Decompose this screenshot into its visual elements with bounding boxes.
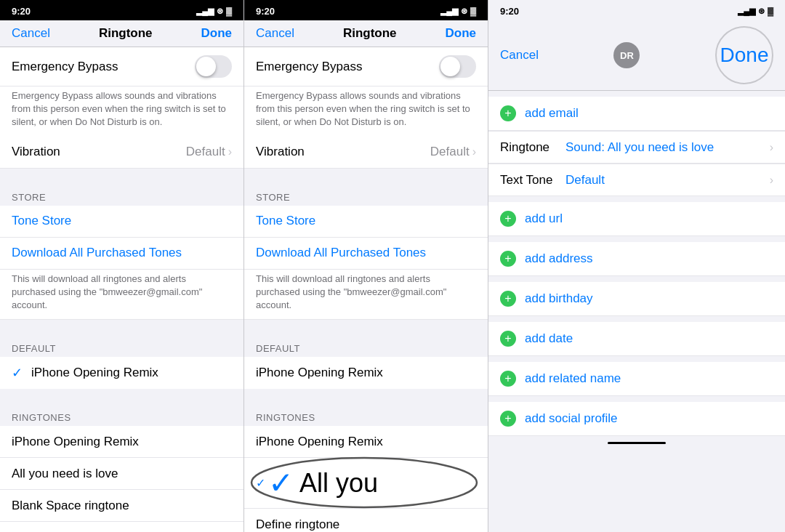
store-desc-2: This will download all ringtones and ale… bbox=[244, 270, 488, 321]
cancel-button-2[interactable]: Cancel bbox=[256, 26, 294, 41]
default-header-2: DEFAULT bbox=[244, 334, 488, 357]
toggle-knob-2 bbox=[440, 57, 460, 76]
done-circle[interactable]: Done bbox=[715, 26, 773, 84]
list-item[interactable]: Define ringtone bbox=[0, 522, 243, 532]
vibration-label-2: Vibration bbox=[256, 145, 430, 159]
spacer-3h bbox=[488, 356, 785, 362]
status-bar-1: 9:20 ▂▄▆ ⊛ ▓ bbox=[0, 0, 243, 20]
time-3: 9:20 bbox=[500, 6, 519, 17]
spacer-1a bbox=[0, 169, 243, 183]
emergency-toggle-1[interactable] bbox=[195, 55, 232, 78]
done-button-3[interactable]: Done bbox=[720, 44, 769, 67]
add-address-label: add address bbox=[525, 251, 593, 266]
vibration-row-1[interactable]: Vibration Default › bbox=[0, 137, 243, 169]
default-ringtone-row-2[interactable]: iPhone Opening Remix bbox=[244, 357, 488, 389]
cancel-button-3[interactable]: Cancel bbox=[500, 48, 539, 63]
list-item[interactable]: Blank Space ringtone bbox=[0, 490, 243, 522]
list-item[interactable]: iPhone Opening Remix bbox=[244, 426, 488, 458]
emergency-bypass-row-2: Emergency Bypass bbox=[244, 47, 488, 86]
vibration-chevron-1: › bbox=[228, 145, 232, 158]
status-icons-1: ▂▄▆ ⊛ ▓ bbox=[196, 7, 232, 16]
add-address-row[interactable]: + add address bbox=[488, 242, 785, 276]
add-url-row[interactable]: + add url bbox=[488, 202, 785, 236]
spacer-2c bbox=[244, 389, 488, 403]
add-email-row[interactable]: + add email bbox=[488, 97, 785, 131]
add-birthday-icon: + bbox=[500, 291, 516, 307]
default-ringtone-row-1[interactable]: ✓ iPhone Opening Remix bbox=[0, 357, 243, 389]
tone-store-label-2: Tone Store bbox=[256, 214, 315, 228]
text-tone-field-row[interactable]: Text Tone Default › bbox=[488, 164, 785, 196]
ringtone-chevron: › bbox=[770, 141, 773, 154]
status-icons-2: ▂▄▆ ⊛ ▓ bbox=[440, 7, 476, 16]
ringtone-highlighted-label: All you bbox=[299, 468, 378, 499]
ringtone-name: All you need is love bbox=[12, 467, 232, 481]
battery-icon-2: ▓ bbox=[470, 7, 476, 15]
ringtone-field-row[interactable]: Ringtone Sound: All you need is love › bbox=[488, 132, 785, 164]
ringtone-field-value: Sound: All you need is love bbox=[565, 140, 767, 155]
download-tones-row-2[interactable]: Download All Purchased Tones bbox=[244, 238, 488, 270]
wifi-icon-3: ⊛ bbox=[758, 7, 765, 16]
add-related-name-icon: + bbox=[500, 371, 516, 387]
done-button-2[interactable]: Done bbox=[445, 26, 476, 41]
store-header-2: STORE bbox=[244, 183, 488, 206]
ringtone-name: Blank Space ringtone bbox=[12, 499, 232, 513]
tone-store-row-1[interactable]: Tone Store bbox=[0, 206, 243, 238]
add-related-name-row[interactable]: + add related name bbox=[488, 362, 785, 396]
add-social-profile-icon: + bbox=[500, 411, 516, 427]
text-tone-field-value: Default bbox=[565, 173, 767, 188]
nav-title-2: Ringtone bbox=[343, 26, 397, 41]
highlighted-ringtone-row[interactable]: ✓ ✓ All you bbox=[244, 458, 488, 509]
done-button-1[interactable]: Done bbox=[201, 26, 232, 41]
content-1: Emergency Bypass Emergency Bypass allows… bbox=[0, 47, 243, 532]
tone-store-row-2[interactable]: Tone Store bbox=[244, 206, 488, 238]
nav-bar-2: Cancel Ringtone Done bbox=[244, 20, 488, 47]
store-group-1: Tone Store Download All Purchased Tones … bbox=[0, 206, 243, 321]
store-desc-1: This will download all ringtones and ale… bbox=[0, 270, 243, 321]
signal-icon-3: ▂▄▆ bbox=[738, 7, 755, 16]
panel-1: 9:20 ▂▄▆ ⊛ ▓ Cancel Ringtone Done Emerge… bbox=[0, 0, 244, 532]
emergency-toggle-2[interactable] bbox=[439, 55, 476, 78]
toggle-knob-1 bbox=[196, 57, 216, 76]
add-birthday-row[interactable]: + add birthday bbox=[488, 282, 785, 316]
text-tone-chevron: › bbox=[770, 174, 773, 187]
status-bar-2: 9:20 ▂▄▆ ⊛ ▓ bbox=[244, 0, 488, 20]
contact-nav: Cancel DR Done bbox=[488, 20, 785, 91]
add-related-name-label: add related name bbox=[525, 371, 621, 386]
vibration-row-2[interactable]: Vibration Default › bbox=[244, 137, 488, 169]
wifi-icon-2: ⊛ bbox=[461, 7, 467, 16]
text-tone-field-name: Text Tone bbox=[500, 173, 565, 188]
time-1: 9:20 bbox=[12, 6, 31, 17]
nav-title-1: Ringtone bbox=[99, 26, 153, 41]
spacer-2b bbox=[244, 320, 488, 334]
status-bar-3: 9:20 ▂▄▆ ⊛ ▓ bbox=[488, 0, 785, 20]
add-date-icon: + bbox=[500, 331, 516, 347]
spacer-3d bbox=[488, 196, 785, 202]
avatar-initials: DR bbox=[620, 50, 634, 61]
add-social-profile-row[interactable]: + add social profile bbox=[488, 402, 785, 436]
download-tones-label-2: Download All Purchased Tones bbox=[256, 246, 426, 260]
contact-content: + add email Ringtone Sound: All you need… bbox=[488, 91, 785, 532]
ringtone-name: Define ringtone bbox=[256, 517, 476, 532]
list-item[interactable]: All you need is love bbox=[0, 458, 243, 490]
big-check-icon: ✓ bbox=[268, 465, 294, 501]
wifi-icon-1: ⊛ bbox=[217, 7, 223, 16]
ringtone-field-name: Ringtone bbox=[500, 140, 565, 155]
emergency-label-2: Emergency Bypass bbox=[256, 60, 439, 74]
avatar: DR bbox=[613, 42, 640, 68]
download-tones-row-1[interactable]: Download All Purchased Tones bbox=[0, 238, 243, 270]
vibration-chevron-2: › bbox=[472, 145, 476, 158]
bypass-desc-1: Emergency Bypass allows sounds and vibra… bbox=[0, 86, 243, 137]
ringtone-name: iPhone Opening Remix bbox=[256, 435, 476, 449]
vibration-label-1: Vibration bbox=[12, 145, 186, 159]
add-email-icon: + bbox=[500, 105, 516, 121]
list-item[interactable]: Define ringtone bbox=[244, 509, 488, 532]
cancel-button-1[interactable]: Cancel bbox=[12, 26, 50, 41]
list-item[interactable]: iPhone Opening Remix bbox=[0, 426, 243, 458]
ringtones-header-2: RINGTONES bbox=[244, 403, 488, 426]
store-group-2: Tone Store Download All Purchased Tones … bbox=[244, 206, 488, 321]
default-group-2: iPhone Opening Remix bbox=[244, 357, 488, 389]
status-icons-3: ▂▄▆ ⊛ ▓ bbox=[738, 7, 773, 16]
add-date-row[interactable]: + add date bbox=[488, 322, 785, 356]
small-check-icon: ✓ bbox=[256, 476, 265, 490]
store-header-1: STORE bbox=[0, 183, 243, 206]
